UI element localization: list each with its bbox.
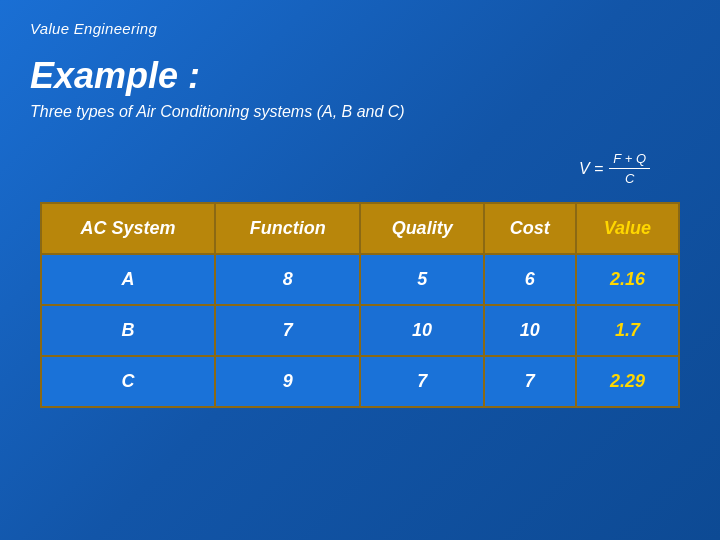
cell-cost-row-2: 7: [484, 356, 576, 407]
table-header-row: AC System Function Quality Cost Value: [41, 203, 679, 254]
cell-value-row-1: 1.7: [576, 305, 679, 356]
example-heading: Example :: [30, 55, 690, 97]
cell-quality-row-2: 7: [360, 356, 483, 407]
col-header-function: Function: [215, 203, 361, 254]
subtitle: Three types of Air Conditioning systems …: [30, 103, 690, 121]
cell-cost-row-0: 6: [484, 254, 576, 305]
formula: V = F + Q C: [579, 151, 650, 186]
cell-system-row-1: B: [41, 305, 215, 356]
formula-fraction: F + Q C: [609, 151, 650, 186]
table-row: B710101.7: [41, 305, 679, 356]
value-engineering-table: AC System Function Quality Cost Value A8…: [40, 202, 680, 408]
col-header-quality: Quality: [360, 203, 483, 254]
cell-value-row-2: 2.29: [576, 356, 679, 407]
formula-v: V =: [579, 160, 603, 178]
col-header-value: Value: [576, 203, 679, 254]
page-container: Value Engineering Example : Three types …: [0, 0, 720, 540]
table-row: C9772.29: [41, 356, 679, 407]
cell-cost-row-1: 10: [484, 305, 576, 356]
formula-container: V = F + Q C: [30, 151, 690, 186]
cell-function-row-1: 7: [215, 305, 361, 356]
cell-quality-row-0: 5: [360, 254, 483, 305]
formula-denominator: C: [625, 169, 634, 186]
cell-system-row-0: A: [41, 254, 215, 305]
col-header-cost: Cost: [484, 203, 576, 254]
table-row: A8562.16: [41, 254, 679, 305]
cell-function-row-0: 8: [215, 254, 361, 305]
cell-value-row-0: 2.16: [576, 254, 679, 305]
cell-quality-row-1: 10: [360, 305, 483, 356]
cell-system-row-2: C: [41, 356, 215, 407]
header-title: Value Engineering: [30, 20, 690, 37]
table-wrapper: AC System Function Quality Cost Value A8…: [40, 202, 680, 408]
cell-function-row-2: 9: [215, 356, 361, 407]
formula-numerator: F + Q: [609, 151, 650, 169]
col-header-system: AC System: [41, 203, 215, 254]
